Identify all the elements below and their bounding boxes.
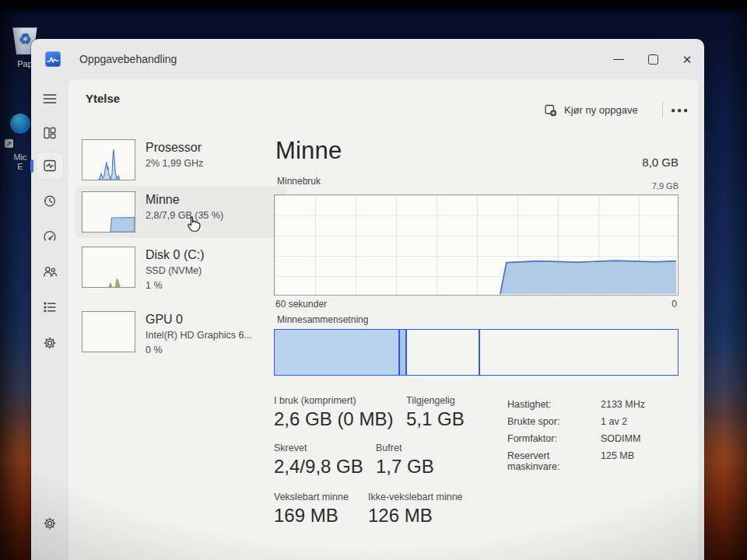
cpu-mini-chart (82, 139, 135, 180)
close-icon: ✕ (682, 54, 693, 65)
perf-item-memory[interactable]: Minne 2,8/7,9 GB (35 %) (75, 187, 286, 237)
perf-item-sub2: 0 % (146, 344, 252, 357)
gpu-mini-chart (82, 311, 135, 352)
window-controls: ✕ (601, 39, 704, 79)
x-axis-left-label: 60 sekunder (275, 299, 327, 310)
close-button[interactable]: ✕ (670, 39, 704, 79)
memory-composition-bar (274, 329, 679, 376)
composition-label: Minnesammensetning (277, 314, 368, 325)
perf-item-title: Prosessor (146, 140, 203, 156)
sidebar (31, 79, 68, 560)
composition-segment-free (480, 330, 678, 375)
minimize-button[interactable] (601, 39, 636, 79)
perf-item-title: Disk 0 (C:) (146, 247, 205, 263)
perf-item-cpu[interactable]: Prosessor 2% 1,99 GHz (75, 135, 286, 185)
stat-committed: Skrevet 2,4/9,8 GB (274, 443, 363, 478)
perf-item-sub: 2,8/7,9 GB (35 %) (146, 209, 223, 222)
perf-item-sub: SSD (NVMe) (146, 264, 205, 278)
stat-cached: Bufret 1,7 GB (376, 443, 434, 478)
screen-photo: ♻ Pap ↗ Mic E Oppgavebehandling ✕ (0, 0, 747, 560)
sidebar-selection-indicator (30, 159, 33, 173)
usage-chart-ymax: 7,9 GB (652, 181, 679, 191)
disk-mini-chart (82, 247, 135, 288)
hardware-info: Hastighet: 2133 MHz Brukte spor: 1 av 2 … (507, 399, 680, 478)
maximize-button[interactable] (636, 39, 670, 79)
hw-slots-used: Brukte spor: 1 av 2 (507, 416, 680, 427)
composition-segment-modified (400, 330, 408, 375)
task-manager-app-icon (45, 51, 61, 67)
maximize-icon (648, 54, 658, 65)
perf-item-title: Minne (146, 192, 223, 208)
sidebar-item-processes[interactable] (42, 125, 58, 141)
memory-usage-chart (274, 194, 679, 296)
sidebar-item-users[interactable] (42, 264, 58, 279)
perf-item-gpu[interactable]: GPU 0 Intel(R) HD Graphics 6... 0 % (75, 306, 286, 362)
hw-speed: Hastighet: 2133 MHz (507, 399, 680, 410)
perf-item-sub2: 1 % (146, 279, 205, 292)
shortcut-arrow-icon: ↗ (5, 139, 13, 148)
detail-title: Minne (275, 137, 342, 165)
memory-total: 8,0 GB (642, 156, 679, 169)
memory-detail-pane: Minne 8,0 GB Minnebruk 7,9 GB 60 sekunde… (274, 79, 679, 560)
perf-item-sub: Intel(R) HD Graphics 6... (146, 329, 252, 342)
sidebar-item-app-history[interactable] (42, 193, 58, 208)
sidebar-item-performance[interactable] (42, 158, 58, 173)
usage-chart-label: Minnebruk (277, 176, 321, 187)
usage-chart-x-axis: 60 sekunder 0 (275, 299, 677, 310)
page-title: Ytelse (86, 92, 120, 105)
perf-item-disk[interactable]: Disk 0 (C:) SSD (NVMe) 1 % (75, 242, 286, 297)
window-title: Oppgavebehandling (79, 53, 177, 65)
titlebar[interactable]: Oppgavebehandling ✕ (31, 39, 704, 79)
stat-paged-pool: Vekslebart minne 169 MB (274, 492, 349, 527)
menu-button[interactable] (42, 91, 58, 107)
sidebar-item-details[interactable] (42, 299, 58, 315)
hw-form-factor: Formfaktor: SODIMM (507, 433, 680, 444)
perf-item-title: GPU 0 (146, 312, 252, 327)
content-card: Ytelse Kjør ny oppgave ●●● Prosessor (68, 79, 698, 560)
memory-mini-chart (82, 191, 135, 233)
hw-hardware-reserved: Reservert maskinvare: 125 MB (507, 450, 680, 472)
stat-available: Tilgjengelig 5,1 GB (406, 395, 465, 430)
sidebar-item-services[interactable] (42, 335, 58, 351)
minimize-icon (613, 59, 624, 60)
x-axis-right-label: 0 (672, 299, 677, 310)
settings-button[interactable] (42, 516, 58, 531)
edge-icon (10, 114, 30, 134)
stat-in-use: I bruk (komprimert) 2,6 GB (0 MB) (274, 395, 393, 430)
sidebar-item-startup-apps[interactable] (42, 229, 58, 244)
composition-segment-in-use (275, 330, 400, 375)
perf-item-sub: 2% 1,99 GHz (146, 157, 203, 170)
composition-segment-standby (407, 330, 480, 375)
task-manager-window: Oppgavebehandling ✕ (31, 39, 704, 560)
stat-non-paged-pool: Ikke-vekslebart minne 126 MB (368, 492, 463, 527)
